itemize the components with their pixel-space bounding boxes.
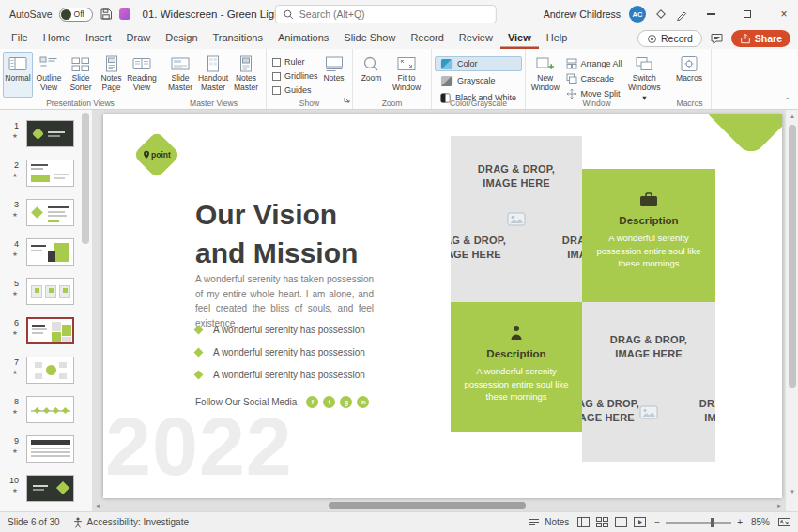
save-icon[interactable] bbox=[100, 8, 113, 21]
slide-thumbnail-3[interactable] bbox=[26, 199, 74, 226]
twitter-icon[interactable]: t bbox=[323, 396, 335, 408]
tab-view[interactable]: View bbox=[500, 28, 539, 49]
cascade-button[interactable]: Cascade bbox=[566, 73, 622, 84]
slide-sorter-view-button[interactable] bbox=[596, 517, 608, 527]
year-watermark[interactable]: 2022 bbox=[105, 405, 293, 488]
scroll-left-icon[interactable]: ◄ bbox=[92, 499, 103, 511]
search-input[interactable] bbox=[299, 8, 488, 20]
notes-page-icon bbox=[101, 54, 122, 73]
zoom-button[interactable]: Zoom bbox=[356, 52, 387, 98]
slide-number-5: 5 bbox=[6, 279, 19, 288]
status-bar: Slide 6 of 30 Accessibility: Investigate… bbox=[0, 511, 798, 532]
thumbnail-scrollbar[interactable] bbox=[82, 113, 89, 244]
slide-master-button[interactable]: Slide Master bbox=[164, 52, 196, 98]
minimize-button[interactable] bbox=[697, 0, 725, 28]
tab-file[interactable]: File bbox=[4, 28, 36, 49]
linkedin-icon[interactable]: in bbox=[357, 396, 369, 408]
facebook-icon[interactable]: f bbox=[306, 396, 318, 408]
slide-thumbnail-2[interactable] bbox=[26, 160, 74, 187]
image-placeholder[interactable] bbox=[582, 302, 715, 462]
tab-design[interactable]: Design bbox=[158, 28, 205, 49]
user-name[interactable]: Andrew Childress bbox=[544, 8, 621, 20]
slide-thumbnail-1[interactable] bbox=[26, 120, 74, 147]
switch-windows-button[interactable]: Switch Windows ▾ bbox=[624, 52, 665, 103]
horizontal-scrollbar[interactable]: ◄ ► bbox=[92, 499, 785, 511]
tab-review[interactable]: Review bbox=[452, 28, 500, 49]
scroll-up-icon[interactable]: ▲ bbox=[786, 110, 798, 123]
handout-master-button[interactable]: Handout Master bbox=[196, 52, 230, 98]
description-card-person[interactable]: Description A wonderful serenity possess… bbox=[451, 302, 582, 432]
share-icon bbox=[740, 33, 751, 44]
zoom-out-button[interactable]: − bbox=[654, 517, 660, 527]
slide-counter[interactable]: Slide 6 of 30 bbox=[8, 517, 60, 527]
notes-master-button[interactable]: Notes Master bbox=[230, 52, 262, 98]
autosave-toggle[interactable]: Off bbox=[59, 8, 93, 22]
guides-checkbox[interactable]: Guides bbox=[272, 85, 318, 95]
search-bar[interactable] bbox=[275, 5, 497, 23]
fit-to-window-button[interactable]: Fit to Window bbox=[387, 52, 426, 98]
zoom-level[interactable]: 85% bbox=[751, 517, 770, 527]
slide-thumbnail-7[interactable] bbox=[26, 357, 74, 384]
scroll-down-icon[interactable]: ▼ bbox=[786, 485, 798, 498]
google-icon[interactable]: g bbox=[340, 396, 352, 408]
tab-record[interactable]: Record bbox=[403, 28, 451, 49]
new-window-button[interactable]: New Window bbox=[529, 52, 562, 98]
record-button[interactable]: Record bbox=[637, 30, 702, 47]
close-button[interactable]: × bbox=[770, 0, 798, 28]
slide-number-3: 3 bbox=[6, 200, 19, 209]
normal-view-button[interactable] bbox=[577, 517, 590, 527]
zoom-slider-thumb[interactable] bbox=[711, 518, 714, 527]
slide-sorter-button[interactable]: Slide Sorter bbox=[65, 52, 97, 98]
pen-icon[interactable] bbox=[676, 8, 688, 21]
maximize-button[interactable] bbox=[733, 0, 761, 28]
macros-button[interactable]: Macros bbox=[671, 52, 707, 98]
gridlines-checkbox[interactable]: Gridlines bbox=[272, 71, 318, 81]
color-button[interactable]: Color bbox=[435, 56, 522, 71]
tab-animations[interactable]: Animations bbox=[270, 28, 336, 49]
grayscale-button[interactable]: Grayscale bbox=[435, 73, 522, 88]
slide-thumbnail-10[interactable] bbox=[26, 475, 74, 502]
ruler-checkbox[interactable]: Ruler bbox=[272, 57, 318, 67]
slide-thumbnail-9[interactable] bbox=[26, 435, 74, 463]
designer-icon[interactable] bbox=[654, 8, 668, 21]
outline-view-button[interactable]: Outline View bbox=[33, 52, 65, 98]
group-label-window: Window bbox=[526, 99, 668, 108]
zoom-in-button[interactable]: + bbox=[737, 517, 743, 527]
bullet-list[interactable]: A wonderful serenity has possession A wo… bbox=[195, 325, 365, 380]
collapse-ribbon-icon[interactable]: ⌃ bbox=[784, 97, 790, 105]
comments-icon[interactable] bbox=[710, 32, 724, 45]
tab-home[interactable]: Home bbox=[36, 28, 78, 49]
slide-thumbnail-5[interactable] bbox=[26, 278, 74, 305]
scroll-right-icon[interactable]: ► bbox=[774, 499, 785, 511]
avatar[interactable]: AC bbox=[629, 6, 646, 23]
arrange-all-button[interactable]: Arrange All bbox=[566, 58, 622, 69]
horizontal-scrollbar-thumb[interactable] bbox=[329, 502, 526, 509]
logo-text: point bbox=[151, 150, 171, 160]
share-button[interactable]: Share bbox=[731, 30, 790, 47]
slide-body-text[interactable]: A wonderful serenity has taken possessio… bbox=[195, 272, 374, 330]
tab-help[interactable]: Help bbox=[539, 28, 575, 49]
tab-insert[interactable]: Insert bbox=[78, 28, 119, 49]
slide-thumbnail-6-selected[interactable] bbox=[26, 317, 74, 344]
logo[interactable]: point bbox=[133, 131, 181, 179]
vertical-scrollbar-thumb[interactable] bbox=[789, 125, 796, 388]
slide-thumbnail-4[interactable] bbox=[26, 238, 74, 266]
normal-view-button[interactable]: Normal bbox=[3, 52, 33, 98]
accessibility-status[interactable]: Accessibility: Investigate bbox=[73, 517, 189, 528]
reading-view-button[interactable] bbox=[615, 517, 627, 527]
slideshow-view-button[interactable] bbox=[634, 517, 646, 527]
fit-slide-to-window-icon[interactable] bbox=[778, 517, 790, 527]
tab-draw[interactable]: Draw bbox=[119, 28, 159, 49]
notes-page-button[interactable]: Notes Page bbox=[97, 52, 126, 98]
zoom-slider[interactable] bbox=[666, 522, 731, 524]
reading-view-button[interactable]: Reading View bbox=[126, 52, 158, 98]
slide-title[interactable]: Our Vision and Mission bbox=[195, 195, 358, 272]
tab-slide-show[interactable]: Slide Show bbox=[336, 28, 403, 49]
diamond-bullet-icon bbox=[194, 348, 204, 357]
slide-thumbnail-8[interactable] bbox=[26, 396, 74, 423]
vertical-scrollbar[interactable]: ▲ ▼ bbox=[785, 110, 798, 511]
notes-toggle[interactable]: Notes bbox=[529, 517, 569, 527]
slide-6-editing-area[interactable]: point Our Vision and Mission A wonderful… bbox=[103, 114, 782, 498]
description-card-briefcase[interactable]: Description A wonderful serenity possess… bbox=[582, 169, 715, 302]
tab-transitions[interactable]: Transitions bbox=[206, 28, 270, 49]
